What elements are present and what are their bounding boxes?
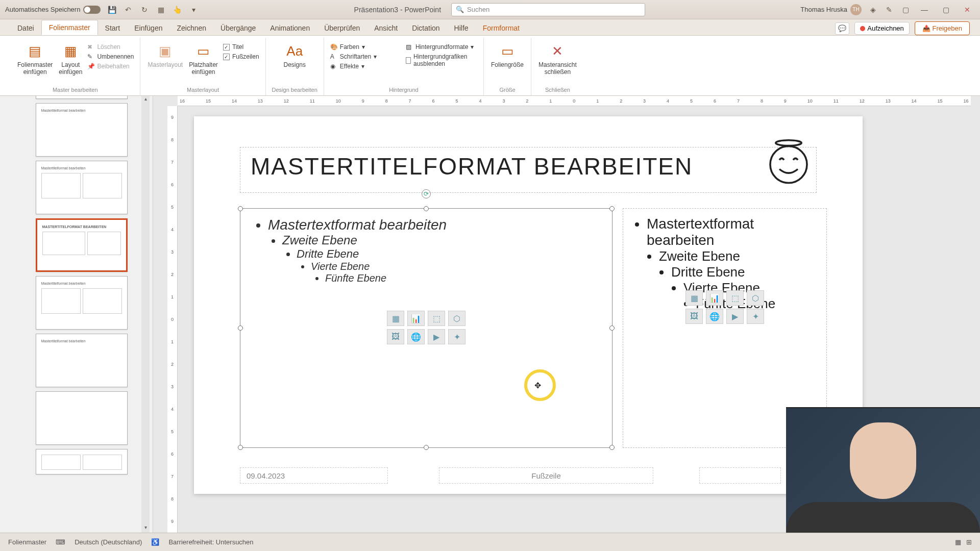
search-input[interactable]: 🔍 Suchen: [451, 3, 645, 16]
designs-button[interactable]: AaDesigns: [283, 41, 307, 69]
resize-handle[interactable]: [424, 206, 429, 211]
tab-start[interactable]: Start: [98, 21, 128, 35]
masterlayout-button[interactable]: ▣Masterlayout: [146, 41, 184, 69]
tab-uebergaenge[interactable]: Übergänge: [213, 21, 263, 35]
rotate-handle[interactable]: ⟳: [422, 189, 431, 198]
resize-handle[interactable]: [238, 206, 243, 211]
undo-icon[interactable]: ↶: [123, 5, 133, 15]
slide[interactable]: MASTERTITELFORMAT BEARBEITEN ⟳ Mastertex…: [194, 116, 863, 494]
account-button[interactable]: Thomas Hruska TH: [800, 4, 862, 15]
save-icon[interactable]: 💾: [107, 5, 117, 15]
touch-icon[interactable]: 👆: [172, 5, 182, 15]
resize-handle[interactable]: [609, 325, 615, 331]
insert-picture-icon[interactable]: 🖼: [685, 309, 703, 324]
layout-thumbnail[interactable]: Mastertitelformat bearbeiten: [36, 161, 128, 214]
layout-thumbnail[interactable]: [36, 449, 128, 474]
tab-hilfe[interactable]: Hilfe: [447, 21, 476, 35]
insert-online-picture-icon[interactable]: 🌐: [407, 329, 425, 344]
layout-thumbnail[interactable]: Mastertitelformat bearbeiten: [36, 276, 128, 330]
placeholder-button[interactable]: ▭Platzhalter einfügen: [188, 41, 219, 77]
status-language[interactable]: Deutsch (Deutschland): [75, 538, 142, 546]
window-icon[interactable]: ▢: [900, 5, 911, 15]
autosave-toggle[interactable]: Automatisches Speichern: [5, 6, 101, 14]
rename-button[interactable]: ✎Umbenennen: [87, 53, 134, 61]
minimize-button[interactable]: —: [917, 2, 932, 17]
webcam-overlay: [786, 407, 980, 533]
close-master-button[interactable]: ✕Masteransicht schließen: [537, 41, 578, 77]
insert-chart-icon[interactable]: 📊: [407, 311, 425, 326]
hidebg-checkbox[interactable]: Hintergrundgrafiken ausblenden: [406, 53, 477, 68]
slideshow-icon[interactable]: ▦: [156, 5, 166, 15]
layout-thumbnail[interactable]: [36, 391, 128, 445]
resize-handle[interactable]: [609, 445, 615, 450]
status-lang-icon[interactable]: ⌨: [56, 538, 65, 546]
tab-folienmaster[interactable]: Folienmaster: [41, 20, 98, 35]
bullet-l3: Dritte Ebene: [671, 264, 815, 280]
insert-video-icon[interactable]: ▶: [726, 309, 744, 324]
pen-icon[interactable]: ✎: [884, 5, 894, 15]
layout-thumbnail[interactable]: Mastertitelformat bearbeiten: [36, 334, 128, 387]
close-master-icon: ✕: [548, 42, 567, 60]
tab-animationen[interactable]: Animationen: [263, 21, 317, 35]
toggle-switch[interactable]: [83, 6, 101, 14]
ribbon-tabs: Datei Folienmaster Start Einfügen Zeichn…: [0, 19, 980, 36]
content-insert-icons: ▦ 📊 ⬚ ⬡ 🖼 🌐 ▶ ✦: [685, 290, 764, 324]
insert-chart-icon[interactable]: 📊: [706, 290, 723, 306]
insert-smartart-icon[interactable]: ⬚: [726, 290, 744, 306]
resize-handle[interactable]: [238, 445, 243, 450]
colors-button[interactable]: 🎨Farben ▾: [330, 43, 365, 51]
tab-datei[interactable]: Datei: [10, 21, 41, 35]
tab-dictation[interactable]: Dictation: [405, 21, 447, 35]
insert-3d-icon[interactable]: ⬡: [448, 311, 465, 326]
bullet-l2: Zweite Ebene: [659, 248, 815, 264]
layout-thumbnail-selected[interactable]: MASTERTITELFORMAT BEARBEITEN: [36, 218, 128, 272]
qat-more-icon[interactable]: ▾: [188, 5, 199, 15]
insert-slidemaster-button[interactable]: ▤Folienmaster einfügen: [16, 41, 54, 77]
accessibility-icon[interactable]: ♿: [151, 538, 159, 546]
tab-einfuegen[interactable]: Einfügen: [127, 21, 169, 35]
tab-ansicht[interactable]: Ansicht: [367, 21, 405, 35]
insert-table-icon[interactable]: ▦: [685, 290, 703, 306]
insert-slidemaster-label: Folienmaster einfügen: [17, 61, 53, 76]
share-button[interactable]: 📤 Freigeben: [915, 21, 970, 35]
resize-handle[interactable]: [424, 445, 429, 450]
thumbnail-scrollbar[interactable]: ▴▾: [141, 96, 150, 533]
footer-checkbox[interactable]: Fußzeilen: [223, 53, 259, 61]
view-normal-icon[interactable]: ▦: [955, 538, 961, 546]
tab-ueberpruefen[interactable]: Überprüfen: [317, 21, 367, 35]
effects-button[interactable]: ◉Effekte ▾: [330, 62, 364, 70]
redo-icon[interactable]: ↻: [139, 5, 150, 15]
footer-date-placeholder[interactable]: 09.04.2023: [240, 467, 388, 484]
insert-smartart-icon[interactable]: ⬚: [428, 311, 445, 326]
insert-picture-icon[interactable]: 🖼: [387, 329, 404, 344]
comments-button[interactable]: 💬: [835, 22, 849, 35]
insert-layout-button[interactable]: ▦Layout einfügen: [58, 41, 83, 77]
footer-text-placeholder[interactable]: Fußzeile: [439, 467, 653, 484]
bgformats-button[interactable]: ▨Hintergrundformate ▾: [406, 43, 474, 51]
title-checkbox[interactable]: Titel: [223, 43, 243, 51]
record-button[interactable]: Aufzeichnen: [854, 22, 910, 35]
insert-icon-icon[interactable]: ✦: [747, 309, 764, 324]
diamond-icon[interactable]: ◈: [868, 5, 878, 15]
title-placeholder[interactable]: MASTERTITELFORMAT BEARBEITEN: [240, 147, 817, 193]
slidesize-button[interactable]: ▭Foliengröße: [490, 41, 525, 69]
maximize-button[interactable]: ▢: [938, 2, 953, 17]
view-sorter-icon[interactable]: ⊞: [966, 538, 972, 546]
insert-3d-icon[interactable]: ⬡: [747, 290, 764, 306]
fonts-button[interactable]: ASchriftarten ▾: [330, 53, 377, 61]
insert-icon-icon[interactable]: ✦: [448, 329, 465, 344]
resize-handle[interactable]: [238, 325, 243, 331]
insert-video-icon[interactable]: ▶: [428, 329, 445, 344]
resize-handle[interactable]: [609, 206, 615, 211]
content-placeholder-left[interactable]: ⟳ Mastertextformat bearbeiten Zweite Ebe…: [240, 208, 612, 448]
insert-online-picture-icon[interactable]: 🌐: [706, 309, 723, 324]
insert-table-icon[interactable]: ▦: [387, 311, 404, 326]
tab-zeichnen[interactable]: Zeichnen: [169, 21, 213, 35]
close-button[interactable]: ✕: [960, 2, 975, 17]
layout-thumbnail[interactable]: Mastertitelformat bearbeiten: [36, 103, 128, 157]
layout-thumbnail[interactable]: [36, 96, 128, 99]
status-accessibility[interactable]: Barrierefreiheit: Untersuchen: [168, 538, 253, 546]
tab-formformat[interactable]: Formformat: [476, 21, 527, 35]
footer-number-placeholder[interactable]: [699, 467, 781, 484]
layout-icon: ▦: [61, 42, 80, 60]
